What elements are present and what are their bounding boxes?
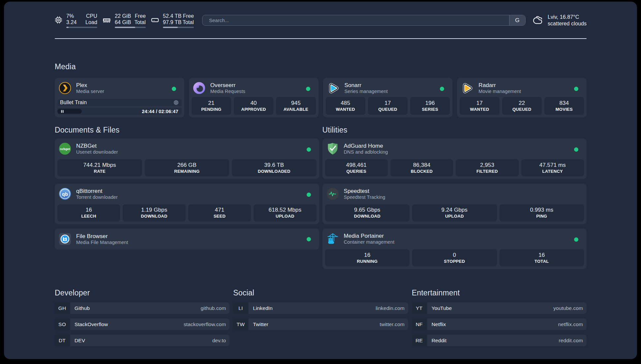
cpu-label: CPU [86, 13, 97, 19]
portainer-icon [326, 232, 339, 245]
stat-block: 834 MOVIES [544, 97, 584, 115]
topbar-divider [55, 38, 587, 39]
bookmark-url: stackoverflow.com [184, 321, 226, 327]
memory-total-value: 64 GiB [115, 19, 131, 25]
bookmark-linkedin[interactable]: LI LinkedIn linkedin.com [233, 302, 408, 314]
service-card-qbittorrent[interactable]: qb qBittorrent Torrent downloader 16 [55, 184, 319, 224]
stat-block: 471 SEED [188, 204, 251, 222]
search-input[interactable] [209, 17, 507, 23]
qbittorrent-icon: qb [59, 188, 71, 200]
status-dot [307, 193, 311, 197]
bookmark-twitter[interactable]: TW Twitter twitter.com [233, 318, 408, 330]
bookmark-github[interactable]: GH Github github.com [55, 302, 229, 314]
top-bar: 7% CPU 3.24 Load [55, 13, 587, 28]
playback-time: 24:44 / 02:06:47 [142, 108, 178, 115]
bookmark-url: youtube.com [553, 305, 583, 311]
svg-text:nzbget: nzbget [60, 147, 70, 151]
stat-block: 196 SERIES [410, 97, 450, 115]
bookmark-youtube[interactable]: YT YouTube youtube.com [412, 302, 587, 314]
stat-block: 22 QUEUED [502, 97, 542, 115]
service-card-adguard[interactable]: AdGuard Home DNS and adblocking 498,461 … [322, 138, 587, 179]
service-card-radarr[interactable]: Radarr Movie management 17 WANTED 22 QUE… [457, 78, 587, 117]
cpu-load-label: Load [85, 19, 97, 25]
disk-usage-bar [163, 27, 194, 28]
weather-widget: Lviv, 16.87°C scattered clouds [532, 14, 587, 27]
bookmark-stackoverflow[interactable]: SO StackOverflow stackoverflow.com [55, 318, 229, 330]
service-card-nzbget[interactable]: nzbget NZBGet Usenet downloader 744. [55, 138, 319, 179]
service-card-portainer[interactable]: Media Portainer Container management 16 … [322, 228, 587, 269]
status-dot [307, 237, 311, 241]
bookmark-abbr: YT [412, 302, 427, 314]
bookmark-name: LinkedIn [253, 305, 272, 311]
stat-block: 16 LEECH [57, 204, 120, 222]
cpu-usage-bar [66, 27, 97, 28]
hard-drive-icon [151, 16, 159, 25]
plex-now-playing: Bullet Train [57, 99, 182, 115]
stat-block: 16 TOTAL [500, 249, 584, 266]
stat-block: 17 WANTED [460, 97, 499, 115]
stat-block: 2,953 FILTERED [456, 159, 518, 176]
stat-block: 16 RUNNING [325, 249, 410, 266]
filebrowser-icon [59, 233, 71, 245]
service-title: Speedtest [344, 188, 385, 195]
session-camera-icon [174, 100, 178, 105]
stat-block: 9.24 Gbps UPLOAD [412, 204, 497, 222]
service-subtitle: DNS and adblocking [344, 149, 388, 155]
bookmark-url: twitter.com [380, 321, 404, 327]
section-heading-entertainment: Entertainment [412, 288, 587, 297]
memory-free-label: Free [135, 13, 146, 19]
service-subtitle: Media Requests [210, 89, 245, 94]
service-subtitle: Speedtest Tracking [344, 195, 385, 200]
bookmark-url: linkedin.com [376, 305, 404, 311]
disk-total-value: 97.9 TB [163, 19, 181, 25]
bookmark-reddit[interactable]: RE Reddit reddit.com [412, 335, 587, 346]
disk-free-value: 52.4 TB [163, 13, 181, 19]
service-subtitle: Torrent downloader [76, 195, 118, 200]
pause-icon [61, 110, 64, 113]
disk-widget: 52.4 TB Free 97.9 TB Total [151, 13, 194, 28]
nzbget-icon: nzbget [59, 142, 71, 155]
stat-block: 0 STOPPED [412, 249, 497, 266]
search-provider-button[interactable]: G [509, 15, 525, 25]
bookmark-name: Netflix [432, 321, 446, 327]
plex-icon [59, 82, 71, 94]
bookmark-abbr: TW [233, 318, 248, 330]
service-card-speedtest[interactable]: Speedtest Speedtest Tracking 9.65 Gbps D… [322, 184, 587, 224]
svg-text:qb: qb [62, 191, 68, 197]
disk-free-label: Free [183, 13, 194, 19]
service-card-overseerr[interactable]: Overseerr Media Requests 21 PENDING 40 A… [189, 78, 319, 117]
bookmark-abbr: NF [412, 318, 427, 330]
service-card-filebrowser[interactable]: File Browser Media File Management [55, 228, 319, 250]
stat-block: 744.21 Mbps RATE [57, 159, 142, 176]
memory-icon [103, 16, 111, 26]
bookmark-url: reddit.com [559, 338, 583, 344]
section-heading-social: Social [233, 288, 408, 297]
disk-total-label: Total [183, 19, 194, 25]
radarr-icon [461, 82, 473, 94]
bookmark-netflix[interactable]: NF Netflix netflix.com [412, 318, 587, 330]
cpu-icon [55, 16, 62, 25]
bookmark-name: StackOverflow [75, 321, 108, 327]
service-title: Overseerr [210, 82, 245, 89]
service-title: qBittorrent [76, 188, 118, 195]
status-dot [574, 237, 578, 242]
status-dot [306, 87, 310, 91]
bookmark-url: dev.to [212, 338, 226, 344]
status-dot [574, 147, 578, 152]
overseerr-icon [193, 82, 205, 94]
memory-free-value: 22 GiB [115, 13, 131, 19]
section-heading-developer: Developer [55, 288, 229, 297]
bookmark-name: YouTube [432, 305, 452, 311]
service-subtitle: Movie management [478, 89, 521, 94]
bookmark-dev[interactable]: DT DEV dev.to [55, 335, 229, 346]
section-heading-utilities: Utilities [322, 125, 587, 135]
service-card-plex[interactable]: Plex Media server Bullet Train [55, 78, 184, 117]
service-card-sonarr[interactable]: Sonarr Series management 485 WANTED 17 Q… [323, 78, 453, 117]
section-heading-media: Media [55, 62, 587, 71]
playback-progress-bar[interactable]: 24:44 / 02:06:47 [57, 108, 182, 115]
stat-block: 21 PENDING [192, 97, 231, 115]
documents-column: Documents & Files nzbget [55, 125, 319, 269]
bookmark-abbr: SO [55, 318, 70, 330]
service-title: Radarr [478, 82, 521, 89]
stat-block: 266 GB REMAINING [145, 159, 229, 176]
